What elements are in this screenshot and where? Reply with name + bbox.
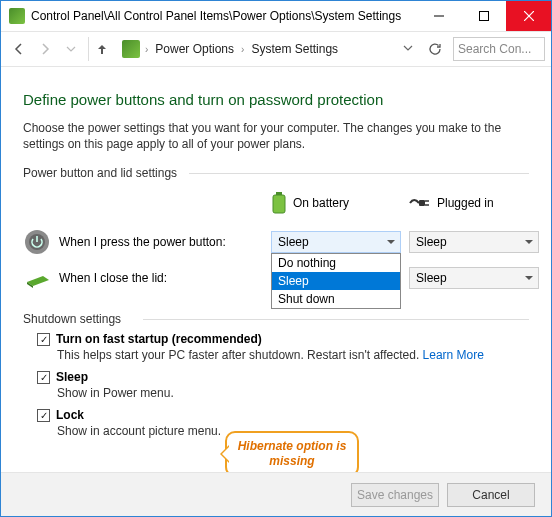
power-button-group-label: Power button and lid settings [23, 166, 529, 180]
power-button-battery-combo[interactable]: Sleep Do nothing Sleep Shut down [271, 231, 401, 253]
forward-button[interactable] [33, 37, 57, 61]
search-placeholder: Search Con... [458, 42, 531, 56]
page-heading: Define power buttons and turn on passwor… [23, 91, 529, 108]
row-close-lid: When I close the lid: [23, 260, 263, 296]
sleep-checkbox[interactable]: ✓ [37, 371, 50, 384]
navbar: › Power Options › System Settings Search… [1, 31, 551, 67]
power-options-icon [122, 40, 140, 58]
page-intro: Choose the power settings that you want … [23, 120, 529, 152]
svg-rect-6 [419, 200, 425, 206]
breadcrumb-system-settings[interactable]: System Settings [249, 40, 340, 58]
breadcrumb-power-options[interactable]: Power Options [153, 40, 236, 58]
column-plugged-in: Plugged in [409, 189, 539, 221]
fast-startup-checkbox[interactable]: ✓ [37, 333, 50, 346]
learn-more-link[interactable]: Learn More [423, 348, 484, 362]
maximize-button[interactable] [461, 1, 506, 31]
power-button-plugged-combo[interactable]: Sleep [409, 231, 539, 253]
address-bar[interactable]: › Power Options › System Settings [118, 37, 417, 61]
close-lid-plugged-combo[interactable]: Sleep [409, 267, 539, 289]
annotation-callout: Hibernate option is missing [225, 431, 359, 472]
cancel-button[interactable]: Cancel [447, 483, 535, 507]
chevron-right-icon[interactable]: › [142, 44, 151, 55]
svg-rect-1 [479, 12, 488, 21]
fast-startup-label: Turn on fast startup (recommended) [56, 332, 262, 346]
sleep-label: Sleep [56, 370, 88, 384]
content-area: Define power buttons and turn on passwor… [1, 67, 551, 472]
power-button-icon [23, 228, 51, 256]
lock-label: Lock [56, 408, 84, 422]
close-button[interactable] [506, 1, 551, 31]
sleep-desc: Show in Power menu. [57, 386, 529, 400]
save-changes-button[interactable]: Save changes [351, 483, 439, 507]
row-power-button: When I press the power button: [23, 224, 263, 260]
minimize-button[interactable] [416, 1, 461, 31]
svg-rect-5 [273, 195, 285, 213]
recent-dropdown[interactable] [59, 37, 83, 61]
search-input[interactable]: Search Con... [453, 37, 545, 61]
window-title: Control Panel\All Control Panel Items\Po… [31, 9, 416, 23]
combo-option-do-nothing[interactable]: Do nothing [272, 254, 400, 272]
plug-icon [409, 195, 431, 211]
up-button[interactable] [88, 37, 112, 61]
battery-icon [271, 192, 287, 214]
laptop-lid-icon [23, 264, 51, 292]
titlebar: Control Panel\All Control Panel Items\Po… [1, 1, 551, 31]
shutdown-group-label: Shutdown settings [23, 312, 529, 326]
footer: Save changes Cancel [1, 472, 551, 516]
power-button-battery-dropdown: Do nothing Sleep Shut down [271, 253, 401, 309]
column-on-battery: On battery [271, 186, 401, 224]
fast-startup-desc: This helps start your PC faster after sh… [57, 348, 529, 362]
chevron-right-icon[interactable]: › [238, 44, 247, 55]
combo-option-sleep[interactable]: Sleep [272, 272, 400, 290]
back-button[interactable] [7, 37, 31, 61]
window: Control Panel\All Control Panel Items\Po… [0, 0, 552, 517]
app-icon [9, 8, 25, 24]
combo-option-shut-down[interactable]: Shut down [272, 290, 400, 308]
chevron-down-icon[interactable] [403, 42, 413, 56]
lock-checkbox[interactable]: ✓ [37, 409, 50, 422]
refresh-button[interactable] [423, 37, 447, 61]
